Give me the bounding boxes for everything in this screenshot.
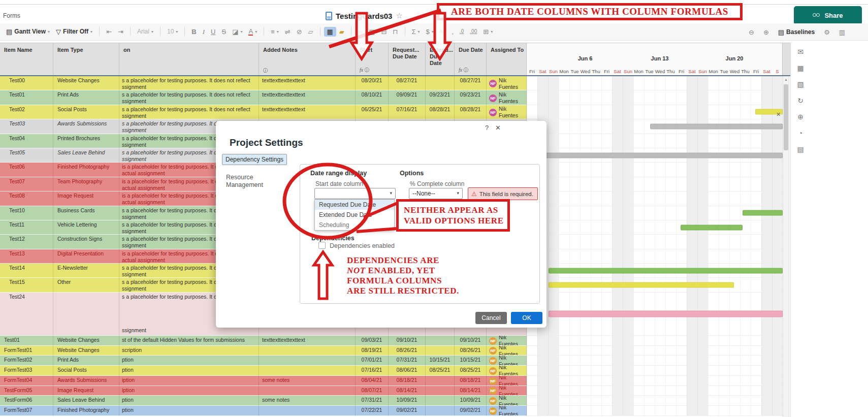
- gantt-cell[interactable]: [527, 163, 783, 177]
- pct-complete-select[interactable]: --None-- ▾: [409, 188, 463, 199]
- share-button[interactable]: Share: [794, 6, 862, 25]
- cell-due-date[interactable]: 09/10/21: [455, 336, 487, 346]
- more-panel-button[interactable]: ▥: [836, 27, 848, 37]
- gantt-cell[interactable]: [527, 235, 783, 249]
- cell-item-name[interactable]: Test05: [0, 148, 53, 163]
- gantt-cell[interactable]: [527, 134, 783, 148]
- cell-item-name[interactable]: TestForm06: [0, 396, 53, 406]
- gantt-bar[interactable]: [681, 224, 743, 230]
- cell-item-name[interactable]: Test01: [0, 336, 53, 346]
- dropdown-option-extended-due-date[interactable]: Extended Due Date: [315, 210, 394, 220]
- close-icon[interactable]: ✕: [495, 124, 501, 132]
- font-family-select[interactable]: Arial▾: [134, 26, 156, 37]
- view-selector[interactable]: ▤Gantt View▾: [3, 26, 53, 37]
- date-format-button[interactable]: ⊞▾: [480, 27, 496, 37]
- cell-item-type[interactable]: Website Changes: [53, 346, 119, 356]
- gantt-cell[interactable]: [527, 177, 783, 191]
- cell-item-type[interactable]: Social Posts: [53, 105, 119, 119]
- indent-button[interactable]: ⇥: [115, 27, 126, 37]
- cell-assigned-to[interactable]: NFNik Fuentes: [487, 346, 527, 356]
- wrap-text-button[interactable]: ⇌: [282, 27, 294, 37]
- gantt-cell[interactable]: [527, 105, 783, 119]
- cell-description[interactable]: ption: [119, 366, 259, 376]
- cell-assigned-to[interactable]: NFNik Fuentes: [487, 90, 527, 105]
- cell-requested-due-date[interactable]: 09/10/21: [389, 336, 426, 346]
- filter-selector[interactable]: ▽Filter Off▾: [53, 26, 95, 37]
- gantt-cell[interactable]: [527, 386, 783, 396]
- settings-tab-dependency-settings[interactable]: Dependency Settings: [222, 154, 287, 165]
- cell-added-notes[interactable]: some notes: [259, 376, 356, 386]
- gantt-cell[interactable]: [527, 366, 783, 376]
- gantt-bar[interactable]: [549, 282, 734, 288]
- cell-due-date[interactable]: 08/18/21: [455, 376, 487, 386]
- cancel-button[interactable]: Cancel: [475, 312, 507, 324]
- gantt-cell[interactable]: [527, 206, 783, 220]
- highlight-button[interactable]: ▰: [336, 27, 347, 37]
- cell-extended-due-date[interactable]: [426, 386, 455, 396]
- cell-start-date[interactable]: 08/19/21: [356, 346, 389, 356]
- cell-assigned-to[interactable]: NFNik Fuentes: [487, 76, 527, 90]
- cell-item-name[interactable]: Test01: [0, 90, 53, 105]
- baselines-button[interactable]: ▤Baselines: [775, 27, 818, 37]
- cell-due-date[interactable]: 08/25/21: [455, 366, 487, 376]
- cell-item-type[interactable]: Business Cards: [53, 206, 119, 220]
- column-header-added-notes[interactable]: Added Notesⓘ: [259, 43, 356, 75]
- cell-item-name[interactable]: Test15: [0, 278, 53, 292]
- fill-color-button[interactable]: ◪▾: [229, 27, 245, 37]
- cell-assigned-to[interactable]: NFNik Fuentes: [487, 105, 527, 119]
- cell-item-name[interactable]: Test00: [0, 76, 53, 90]
- dependencies-enabled-checkbox[interactable]: [318, 242, 326, 249]
- gantt-cell[interactable]: [527, 396, 783, 406]
- cell-assigned-to[interactable]: NFNik Fuentes: [487, 366, 527, 376]
- cell-extended-due-date[interactable]: 08/28/21: [426, 105, 455, 119]
- cell-item-name[interactable]: Test12: [0, 235, 53, 249]
- dropdown-option-scheduling[interactable]: Scheduling: [315, 220, 394, 230]
- cell-start-date[interactable]: 08/04/21: [356, 376, 389, 386]
- outdent-button[interactable]: ⇤: [103, 27, 115, 37]
- image-button[interactable]: ▨: [366, 27, 378, 37]
- grid-view-button[interactable]: ▦: [324, 27, 336, 37]
- clear-formatting-button[interactable]: ⊘: [294, 27, 305, 37]
- cell-assigned-to[interactable]: NFNik Fuentes: [487, 406, 527, 416]
- cell-start-date[interactable]: 07/22/21: [356, 406, 389, 416]
- gantt-cell[interactable]: [527, 356, 783, 366]
- cell-added-notes[interactable]: texttexttexttexttext: [259, 90, 356, 105]
- cell-item-name[interactable]: Test24: [0, 293, 53, 336]
- gantt-cell[interactable]: [527, 191, 783, 206]
- cell-extended-due-date[interactable]: [426, 376, 455, 386]
- sum-button[interactable]: Σ▾: [409, 27, 423, 37]
- cell-extended-due-date[interactable]: [426, 346, 455, 356]
- gantt-cell[interactable]: [527, 220, 783, 235]
- gantt-cell[interactable]: [527, 148, 783, 163]
- cell-extended-due-date[interactable]: 09/23/21: [426, 90, 455, 105]
- cell-extended-due-date[interactable]: [426, 406, 455, 416]
- column-header-on[interactable]: on: [119, 43, 259, 75]
- font-color-button[interactable]: A▾: [245, 26, 260, 38]
- cell-requested-due-date[interactable]: 09/02/21: [389, 406, 426, 416]
- cell-added-notes[interactable]: texttexttexttexttext: [259, 105, 356, 119]
- cell-item-name[interactable]: FormTest03: [0, 366, 53, 376]
- cell-item-type[interactable]: Other: [53, 278, 119, 292]
- cell-added-notes[interactable]: [259, 366, 356, 376]
- cell-item-type[interactable]: Print Ads: [53, 356, 119, 366]
- cell-item-name[interactable]: Test07: [0, 177, 53, 191]
- gantt-cell[interactable]: [527, 278, 783, 292]
- cell-added-notes[interactable]: [259, 346, 356, 356]
- cell-description[interactable]: st of the default Hidden Values for form…: [119, 336, 259, 346]
- column-header-extend-[interactable]: Extend...DueDate: [426, 43, 455, 75]
- cell-item-name[interactable]: Test03: [0, 119, 53, 134]
- align-button[interactable]: ≡▾: [268, 27, 282, 37]
- cell-linking-button[interactable]: ⊟: [378, 27, 390, 37]
- cell-due-date[interactable]: 09/02/21: [455, 406, 487, 416]
- cell-description[interactable]: s a placeholder for testing purposes. It…: [119, 90, 259, 105]
- font-size-select[interactable]: 10▾: [164, 26, 181, 37]
- cell-due-date[interactable]: 09/23/21: [455, 90, 487, 105]
- cell-description[interactable]: s a placeholder for testing purposes. It…: [119, 105, 259, 119]
- cell-description[interactable]: iption: [119, 386, 259, 396]
- cell-extended-due-date[interactable]: 10/15/21: [426, 356, 455, 366]
- gantt-bar[interactable]: [549, 268, 783, 273]
- column-header-due-date[interactable]: Due Datefxⓘ: [455, 43, 487, 75]
- cell-item-name[interactable]: TestForm05: [0, 386, 53, 396]
- scrollbar-thumb[interactable]: [784, 84, 788, 150]
- cell-item-type[interactable]: Social Posts: [53, 366, 119, 376]
